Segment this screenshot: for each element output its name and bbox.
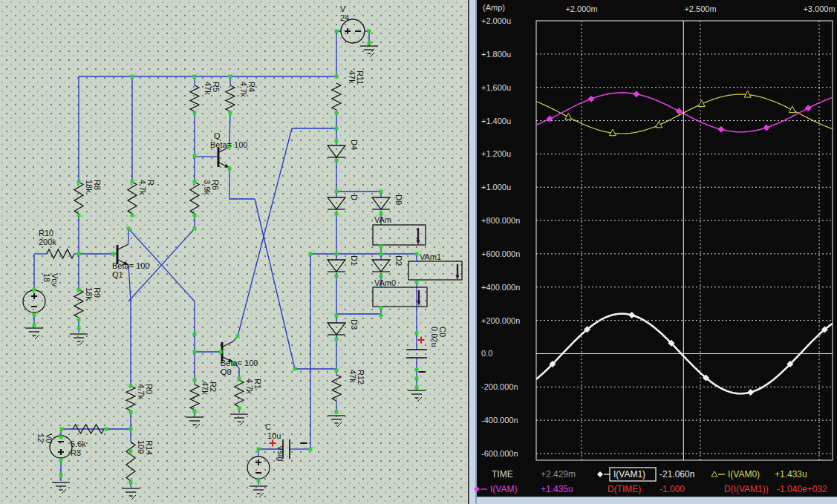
bottom-window-edge (477, 497, 837, 504)
app-window: V24R1147kR547kR44.7kR818kR4.7kR63.9kR918… (0, 0, 837, 504)
readout-D(TIME): D(TIME) (608, 484, 641, 494)
readout-D(I(VAM1)): D(I(VAM1)) (724, 484, 769, 494)
y-tick-label: 0.0 (481, 349, 492, 358)
label-R5: R547k (203, 82, 221, 95)
panel-divider[interactable] (468, 0, 477, 504)
y-tick-label: +600.000n (481, 249, 520, 258)
label-V-value: 24 (340, 13, 349, 22)
analysis-plot-panel[interactable]: (Amp)+2.000u+1.800u+1.600u+1.400u+1.200u… (468, 0, 837, 504)
component-R12[interactable] (332, 375, 341, 401)
label-R3-value: 5.6k (71, 439, 86, 448)
y-tick-label: +200.000n (481, 316, 520, 325)
label-D0: D0 (394, 194, 403, 205)
ground-icon[interactable] (52, 482, 70, 494)
component-VAm1[interactable] (408, 261, 462, 280)
ground-icon[interactable] (70, 334, 88, 345)
label-C0: C00.02u (430, 327, 447, 347)
label-R9: R918k (85, 287, 102, 301)
readout-value: -1.000 (659, 484, 685, 494)
component-R14[interactable] (126, 442, 135, 481)
label-R6: R63.9k (203, 180, 220, 195)
ground-icon[interactable] (250, 486, 267, 497)
ground-icon[interactable] (328, 416, 345, 427)
wire[interactable] (336, 31, 341, 76)
readout-value: +1.433u (775, 469, 807, 480)
component-Vcv[interactable] (23, 290, 45, 312)
component-D0[interactable] (372, 197, 390, 209)
component-R11[interactable] (332, 83, 341, 110)
component-R6[interactable] (190, 182, 199, 214)
polarity-plus-icon[interactable] (418, 337, 425, 344)
ground-icon[interactable] (408, 390, 426, 402)
component-R1[interactable] (235, 380, 244, 407)
y-tick-label: -600.000n (481, 449, 518, 458)
label-VAm: VAm (374, 215, 391, 224)
y-tick-label: +400.000n (481, 283, 520, 292)
label-C-value: 10u (267, 431, 281, 440)
component-D2[interactable] (372, 260, 390, 272)
plot-background (468, 0, 837, 504)
component-Vsig[interactable] (247, 456, 270, 479)
component-D4[interactable] (328, 145, 345, 157)
component-C0[interactable] (406, 350, 427, 358)
ground-icon[interactable] (25, 328, 43, 339)
polarity-plus-icon[interactable] (270, 440, 276, 447)
ground-icon[interactable] (122, 488, 140, 500)
component-R10[interactable] (47, 249, 74, 258)
schematic-canvas[interactable]: V24R1147kR547kR44.7kR818kR4.7kR63.9kR918… (0, 0, 468, 504)
component-R4[interactable] (226, 85, 235, 111)
label-C-name: C (265, 422, 271, 431)
label-D1: D1 (350, 255, 359, 266)
label-R14: R14100 (137, 440, 154, 455)
component-D[interactable] (328, 197, 345, 209)
x-tick-label: +2.500m (684, 4, 716, 13)
label-R10-value: 200k (39, 238, 56, 246)
component-D1[interactable] (328, 260, 345, 272)
wire[interactable] (128, 265, 131, 386)
label-Q0-name: Q0 (221, 367, 232, 376)
label-R: R4.7k (138, 180, 155, 195)
label-Q0-beta: Beta= 100 (221, 359, 258, 367)
component-Q[interactable] (218, 147, 229, 168)
readout-I(VAM): I(VAM) (490, 484, 517, 494)
waveform-canvas[interactable]: (Amp)+2.000u+1.800u+1.600u+1.400u+1.200u… (468, 0, 837, 504)
component-D3[interactable] (328, 323, 345, 335)
ground-icon[interactable] (186, 417, 203, 428)
wire[interactable] (255, 199, 295, 369)
label-R8: R818k (85, 180, 102, 193)
readout-value: -1.040e+032 (777, 484, 827, 494)
label-D: D (350, 194, 359, 200)
readout-I(VAM1): I(VAM1) (613, 469, 645, 480)
label-VAm1: VAm1 (420, 252, 441, 261)
label-R12: R1247k (348, 370, 365, 384)
component-R5[interactable] (190, 85, 199, 111)
label-V0: V012 (36, 433, 53, 443)
ground-icon[interactable] (230, 414, 248, 425)
component-R8[interactable] (74, 182, 83, 214)
current-arrow-icon[interactable] (417, 290, 420, 306)
y-tick-label: -400.000n (481, 416, 518, 425)
schematic-editor[interactable]: V24R1147kR547kR44.7kR818kR4.7kR63.9kR918… (0, 0, 469, 504)
y-tick-label: +1.600u (481, 83, 511, 92)
wire[interactable] (229, 168, 255, 199)
component-V[interactable] (341, 19, 365, 43)
component-R3[interactable] (73, 425, 104, 433)
current-arrow-icon[interactable] (416, 228, 420, 245)
ground-icon[interactable] (360, 46, 378, 57)
label-D2: D2 (394, 255, 403, 266)
wire[interactable] (238, 128, 292, 336)
label-Q1-beta: Beta= 100 (112, 261, 149, 270)
readout-value: -21.060n (659, 469, 694, 480)
component-R2[interactable] (190, 384, 199, 410)
component-R[interactable] (128, 182, 137, 214)
readout-value: +1.435u (541, 484, 573, 494)
component-R9[interactable] (74, 289, 83, 318)
label-Vsig: Vsig (276, 445, 285, 461)
label-Q-name: Q (214, 131, 221, 140)
x-tick-label: +2.000m (565, 4, 597, 13)
x-tick-label: +3.000m (803, 4, 835, 13)
label-R1: R14.7k (245, 379, 262, 394)
current-arrow-icon[interactable] (455, 264, 459, 280)
component-R0[interactable] (126, 386, 135, 410)
label-R2: R247k (201, 382, 218, 395)
